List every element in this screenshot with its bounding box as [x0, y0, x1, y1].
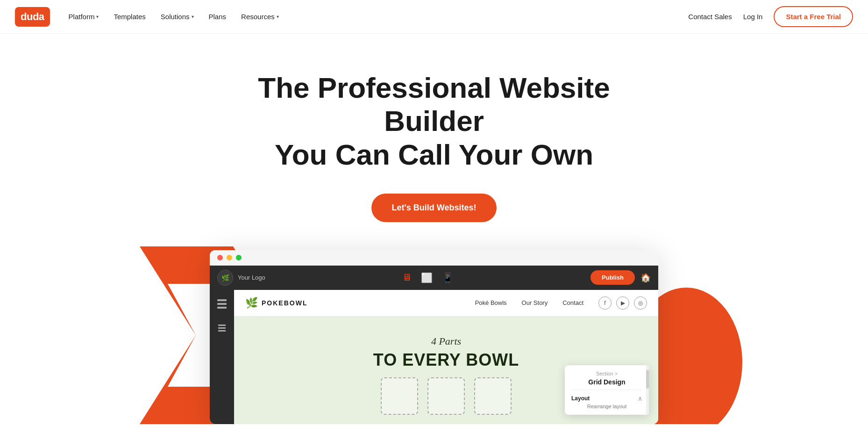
preview-hero: 4 Parts TO EVERY BOWL Section > Grid Des… [234, 317, 658, 424]
hero-section: The Professional Website Builder You Can… [200, 34, 668, 250]
site-logo-icon: 🌿 [245, 297, 258, 309]
build-websites-button[interactable]: Let's Build Websites! [371, 194, 497, 222]
browser-dot-yellow [227, 255, 232, 260]
facebook-icon: f [598, 296, 612, 310]
layers-icon[interactable] [213, 296, 230, 312]
panel-scrollbar [646, 365, 649, 415]
editor-right-actions: Publish 🏠 [591, 270, 651, 285]
website-preview: 🌿 POKEBOWL Poké Bowls Our Story Contact … [234, 290, 658, 424]
layout-label: Layout [571, 395, 590, 402]
editor-logo-area: 🌿 Your Logo [217, 270, 265, 286]
main-nav: duda Platform ▾ Templates Solutions ▾ Pl… [0, 0, 868, 34]
nav-plans[interactable]: Plans [209, 13, 227, 21]
youtube-icon: ▶ [616, 296, 629, 310]
chevron-down-icon: ▾ [192, 14, 194, 19]
editor-toolbar: 🌿 Your Logo 🖥 ⬜ 📱 Publish 🏠 [210, 266, 658, 290]
browser-window: 🌿 Your Logo 🖥 ⬜ 📱 Publish 🏠 [210, 250, 658, 424]
bowl-item-3 [474, 377, 512, 415]
site-social-icons: f ▶ ◎ [598, 296, 647, 310]
mockup-area: 🌿 Your Logo 🖥 ⬜ 📱 Publish 🏠 [154, 250, 714, 424]
panel-scrollbar-thumb[interactable] [646, 370, 649, 389]
editor-body: 🌿 POKEBOWL Poké Bowls Our Story Contact … [210, 290, 658, 424]
hero-title: The Professional Website Builder You Can… [210, 71, 658, 171]
start-trial-button[interactable]: Start a Free Trial [774, 6, 853, 27]
preview-tagline: 4 Parts [245, 335, 647, 347]
instagram-icon: ◎ [634, 296, 647, 310]
browser-bar [210, 250, 658, 266]
desktop-view-icon[interactable]: 🖥 [402, 272, 412, 283]
editor-sidebar [210, 290, 234, 424]
contact-sales-link[interactable]: Contact Sales [688, 13, 732, 21]
site-nav: 🌿 POKEBOWL Poké Bowls Our Story Contact … [234, 290, 658, 317]
publish-button[interactable]: Publish [591, 270, 635, 285]
site-nav-contact: Contact [562, 299, 583, 306]
brand-logo[interactable]: duda [15, 7, 50, 27]
layout-chevron-icon[interactable]: ∧ [638, 395, 642, 402]
nav-templates[interactable]: Templates [114, 13, 145, 21]
home-icon[interactable]: 🏠 [640, 273, 651, 283]
nav-platform[interactable]: Platform ▾ [69, 13, 99, 21]
chevron-down-icon: ▾ [277, 14, 279, 19]
site-nav-poke-bowls: Poké Bowls [475, 299, 507, 306]
nav-links: Platform ▾ Templates Solutions ▾ Plans R… [69, 13, 689, 21]
panel-layout-row: Layout ∧ [571, 395, 642, 402]
browser-dot-green [236, 255, 242, 260]
bowl-item-2 [427, 377, 465, 415]
nav-resources[interactable]: Resources ▾ [241, 13, 279, 21]
panel-title: Grid Design [571, 378, 642, 390]
svg-rect-5 [217, 307, 227, 309]
login-link[interactable]: Log In [743, 13, 763, 21]
tablet-view-icon[interactable]: ⬜ [421, 272, 433, 283]
svg-rect-3 [217, 299, 227, 301]
mobile-view-icon[interactable]: 📱 [442, 272, 454, 283]
add-section-icon[interactable] [213, 320, 230, 337]
editor-device-icons: 🖥 ⬜ 📱 [402, 272, 454, 283]
editor-logo-icon: 🌿 [217, 270, 233, 286]
site-nav-links: Poké Bowls Our Story Contact [475, 299, 583, 306]
site-logo: 🌿 POKEBOWL [245, 297, 307, 309]
editor-logo-text: Your Logo [238, 274, 265, 281]
grid-design-panel: Section > Grid Design Layout ∧ Rearrange… [565, 365, 649, 415]
nav-solutions[interactable]: Solutions ▾ [161, 13, 194, 21]
site-nav-our-story: Our Story [522, 299, 548, 306]
site-brand-name: POKEBOWL [262, 299, 307, 307]
panel-breadcrumb: Section > [571, 371, 642, 376]
chevron-down-icon: ▾ [96, 14, 99, 19]
layout-sublabel: Rearrange layout [571, 404, 642, 409]
nav-right-actions: Contact Sales Log In Start a Free Trial [688, 6, 853, 27]
browser-dot-red [217, 255, 223, 260]
bowl-item-1 [381, 377, 418, 415]
svg-rect-4 [217, 303, 227, 305]
